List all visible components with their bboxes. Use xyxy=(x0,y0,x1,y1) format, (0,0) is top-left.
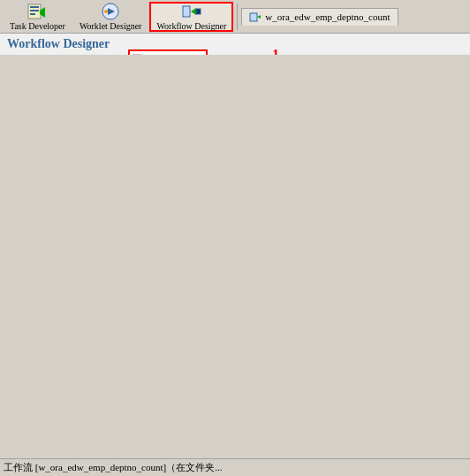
task-developer-label: Task Developer xyxy=(10,21,65,31)
task-node-top: s_ora_ xyxy=(130,51,206,55)
svg-rect-8 xyxy=(183,6,190,17)
workflow-tab[interactable]: w_ora_edw_emp_deptno_count xyxy=(241,8,398,26)
worklet-designer-btn[interactable]: Worklet Designer xyxy=(73,2,148,32)
workflow-tab-icon xyxy=(249,11,262,23)
svg-rect-10 xyxy=(196,9,201,14)
badge-1: 1 xyxy=(272,47,279,55)
status-bar-text: 工作流 [w_ora_edw_emp_deptno_count]（在文件夹... xyxy=(4,461,222,474)
task-node-icon xyxy=(132,53,146,55)
workflow-tab-label: w_ora_edw_emp_deptno_count xyxy=(265,11,390,22)
worklet-designer-label: Worklet Designer xyxy=(80,21,142,31)
svg-rect-3 xyxy=(30,13,35,15)
svg-marker-9 xyxy=(191,8,196,15)
toolbar: Task Developer Worklet Designer Workflow… xyxy=(0,0,470,34)
svg-marker-12 xyxy=(257,15,261,19)
svg-rect-2 xyxy=(30,10,39,11)
workflow-designer-label: Workflow Designer xyxy=(156,21,226,31)
svg-rect-11 xyxy=(250,13,257,21)
task-developer-btn[interactable]: Task Developer xyxy=(4,2,72,32)
workflow-designer-icon xyxy=(182,2,201,21)
task-developer-icon xyxy=(27,2,47,21)
status-bar: 工作流 [w_ora_edw_emp_deptno_count]（在文件夹... xyxy=(0,458,470,476)
worklet-designer-icon xyxy=(101,2,120,21)
svg-point-7 xyxy=(104,10,108,13)
toolbar-divider xyxy=(237,4,238,30)
task-node-inner: s_ora_ s_ora_ _deptn xyxy=(130,51,206,55)
task-node[interactable]: s_ora_ s_ora_ _deptn xyxy=(128,49,208,55)
canvas-title: Workflow Designer xyxy=(0,34,470,55)
workflow-designer-btn[interactable]: Workflow Designer xyxy=(149,2,233,32)
canvas-area: Workflow Designer 启动 s_ora_ s_ora_ _dept… xyxy=(0,34,470,55)
svg-rect-1 xyxy=(30,6,39,8)
